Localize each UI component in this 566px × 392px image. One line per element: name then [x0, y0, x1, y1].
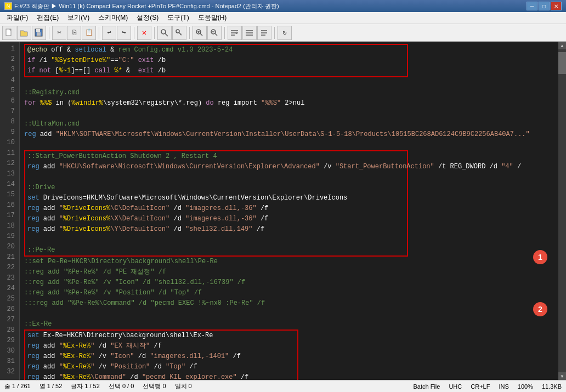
menu-file[interactable]: 파일(F) — [2, 12, 32, 24]
svg-rect-5 — [37, 32, 41, 36]
code-line-22: ::reg add "%Pe-Re%" /d "PE 재설정" /f — [24, 267, 554, 277]
toolbar-zoom-out[interactable] — [207, 26, 222, 40]
toolbar-refresh[interactable]: ↻ — [278, 26, 292, 40]
svg-line-7 — [165, 33, 168, 36]
code-line-29: reg add "%Ex-Re%" /d "EX 재시작" /f — [27, 341, 295, 351]
code-line-30: reg add "%Ex-Re%" /v "Icon" /d "imageres… — [27, 351, 295, 362]
code-line-26 — [24, 309, 554, 319]
toolbar-undo[interactable]: ↩ — [102, 26, 116, 40]
toolbar-save[interactable] — [32, 26, 46, 40]
menu-schema[interactable]: 스키마(M) — [94, 12, 132, 24]
toolbar-sep-2 — [99, 27, 99, 39]
code-line-8: ::UltraMon.cmd — [24, 119, 554, 129]
code-line-21: ::set Pe-Re=HKCR\Directory\background\sh… — [24, 257, 554, 267]
vertical-scrollbar[interactable]: ▲ ▼ — [558, 42, 566, 380]
toolbar-sep-5 — [189, 27, 190, 39]
toolbar-sep-3 — [134, 27, 134, 39]
status-sel-lines: 선택행 0 — [143, 382, 166, 390]
toolbar-paste[interactable]: 📋 — [82, 26, 96, 40]
status-size: 11.3KB — [542, 383, 562, 390]
code-line-9: reg add "HKLM\SOFTWARE\Microsoft\Windows… — [24, 129, 554, 140]
menu-settings[interactable]: 설정(S) — [132, 12, 163, 24]
svg-line-16 — [215, 33, 217, 36]
svg-point-8 — [176, 30, 179, 33]
line-numbers: 1 2 3 4 5 6 7 8 9 10 11 12 13 14 15 16 1… — [0, 42, 20, 380]
status-bar: 줄 1 / 261 열 1 / 52 글자 1 / 52 선택 0 / 0 선택… — [0, 380, 566, 392]
svg-text:+: + — [180, 33, 182, 37]
code-line-32: reg add "%Ex-Re%\Command" /d "pecmd KIL … — [27, 372, 295, 380]
code-line-31: reg add "%Ex-Re%" /v "Position" /d "Top"… — [27, 362, 295, 372]
minimize-button[interactable]: ─ — [527, 2, 537, 10]
svg-line-12 — [200, 33, 202, 36]
status-col: 열 1 / 52 — [39, 382, 63, 390]
code-line-28: set Ex-Re=HKCR\Directory\background\shel… — [27, 331, 295, 341]
main-area: 1 2 3 4 5 6 7 8 9 10 11 12 13 14 15 16 1… — [0, 42, 566, 380]
toolbar: ✂ ⎘ 📋 ↩ ↪ ✕ + ↻ — [0, 24, 566, 42]
code-line-7 — [24, 109, 554, 119]
toolbar-copy[interactable]: ⎘ — [67, 26, 81, 40]
code-line-23: ::reg add "%Pe-Re%" /v "Icon" /d "shell3… — [24, 277, 554, 288]
status-sel: 선택 0 / 0 — [109, 382, 134, 390]
code-line-17: reg add "%DriveIcons%\X\DefaultIcon" /d … — [27, 214, 405, 224]
window-title: F:#23 최종판 ▶ Win11 (k) Compact Easy Rocke… — [14, 2, 279, 10]
toolbar-find[interactable] — [157, 26, 172, 40]
app-icon: N — [4, 2, 12, 10]
menu-help[interactable]: 도움말(H) — [194, 12, 231, 24]
toolbar-open[interactable] — [17, 26, 31, 40]
toolbar-close-file[interactable]: ✕ — [137, 26, 151, 40]
toolbar-sep-1 — [49, 27, 49, 39]
code-line-11: ::Start_PowerButtonAction Shutdown 2 , R… — [27, 151, 405, 162]
code-line-13 — [27, 172, 405, 183]
toolbar-sep-7 — [274, 27, 275, 39]
toolbar-sep-6 — [224, 27, 225, 39]
status-match: 일치 0 — [175, 382, 192, 390]
status-mode: INS — [499, 383, 508, 390]
toolbar-replace[interactable]: + — [172, 26, 186, 40]
code-line-14: ::Drive — [27, 183, 405, 193]
code-line-12: reg add "HKCU\Software\Microsoft\Windows… — [27, 162, 405, 172]
toolbar-redo[interactable]: ↪ — [117, 26, 131, 40]
menu-tools[interactable]: 도구(T) — [163, 12, 193, 24]
toolbar-sep-4 — [154, 27, 155, 39]
code-line-25: :::reg add "%Pe-Re%\Command" /d "pecmd E… — [24, 298, 554, 309]
code-line-15: set DriveIcons=HKLM\Software\Microsoft\W… — [27, 193, 405, 203]
status-line: 줄 1 / 261 — [4, 382, 31, 390]
close-button[interactable]: ✕ — [551, 2, 562, 10]
code-line-4 — [24, 77, 554, 88]
code-line-10 — [24, 140, 554, 150]
toolbar-cut[interactable]: ✂ — [52, 26, 66, 40]
title-bar: N F:#23 최종판 ▶ Win11 (k) Compact Easy Roc… — [0, 0, 566, 12]
menu-edit[interactable]: 편집(E) — [32, 12, 63, 24]
code-line-6: for %%$ in (%windir%\system32\registry\*… — [24, 98, 554, 109]
code-line-27: ::Ex-Re — [24, 319, 554, 329]
code-line-20: ::Pe-Re — [27, 245, 405, 255]
status-char: 글자 1 / 52 — [71, 382, 100, 390]
status-encoding[interactable]: UHC — [449, 383, 462, 390]
status-zoom: 100% — [518, 383, 533, 390]
menu-view[interactable]: 보기(V) — [63, 12, 94, 24]
status-filetype[interactable]: Batch File — [414, 383, 440, 390]
maximize-button[interactable]: □ — [539, 2, 550, 10]
code-line-2: if /i "%SystemDrive%"=="C:" exit /b — [27, 55, 405, 66]
code-line-3: if not [%~1]==[] call %* & exit /b — [27, 66, 405, 76]
code-line-24: ::reg add "%Pe-Re%" /v "Position" /d "To… — [24, 288, 554, 298]
toolbar-nowrap[interactable] — [242, 26, 257, 40]
toolbar-wrap[interactable] — [228, 26, 242, 40]
toolbar-toggle[interactable] — [257, 26, 271, 40]
code-editor[interactable]: 1 2 @echo off & setlocal & rem Config.cm… — [20, 42, 558, 380]
scrollbar-thumb[interactable] — [558, 52, 566, 74]
badge-2: 2 — [533, 302, 547, 316]
status-lineend[interactable]: CR+LF — [471, 383, 490, 390]
toolbar-new[interactable] — [2, 26, 16, 40]
code-line-5: ::Registry.cmd — [24, 88, 554, 98]
code-line-16: reg add "%DriveIcons%\C\DefaultIcon" /d … — [27, 203, 405, 214]
code-line-19 — [27, 235, 405, 245]
svg-point-6 — [161, 30, 166, 34]
menu-bar: 파일(F) 편집(E) 보기(V) 스키마(M) 설정(S) 도구(T) 도움말… — [0, 12, 566, 24]
badge-1: 1 — [533, 250, 547, 264]
toolbar-zoom-in[interactable] — [193, 26, 207, 40]
code-line-1: @echo off & setlocal & rem Config.cmd v1… — [27, 45, 405, 55]
code-line-18: reg add "%DriveIcons%\Y\DefaultIcon" /d … — [27, 224, 405, 235]
svg-rect-4 — [36, 29, 40, 32]
